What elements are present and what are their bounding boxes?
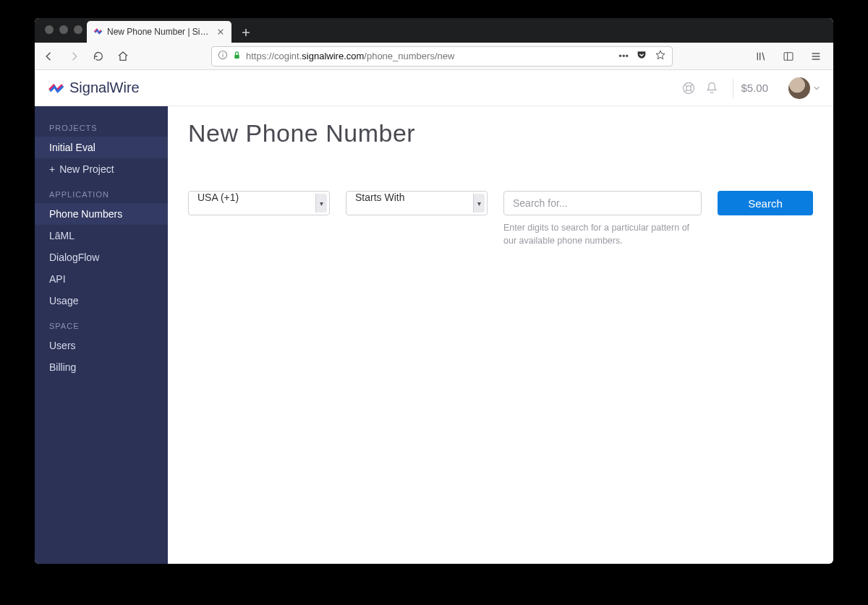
sidebar-item-label: LāML [49,230,75,241]
sidebar-item-dialogflow[interactable]: DialogFlow [35,246,168,268]
traffic-lights [45,25,82,34]
svg-rect-4 [784,52,793,60]
sidebar-item-label: API [49,273,66,285]
svg-line-8 [685,85,687,87]
svg-point-6 [684,82,694,93]
search-button[interactable]: Search [718,191,813,215]
search-help-text: Enter digits to search for a particular … [503,221,699,247]
svg-line-10 [685,90,687,92]
sidebar-item-label: Billing [49,361,76,373]
match-select-value: Starts With [346,191,488,215]
svg-point-7 [686,85,692,90]
sidebar-item-api[interactable]: API [35,268,168,290]
country-select[interactable]: USA (+1) ▾ [188,191,330,215]
search-form: USA (+1) ▾ Starts With ▾ Enter digits to… [188,191,813,247]
new-tab-button[interactable] [236,22,256,43]
sidebar-item-label: Initial Eval [49,142,95,153]
sidebar-item-label: Users [49,340,76,351]
traffic-min-icon[interactable] [59,25,68,34]
sidebar-item-users[interactable]: Users [35,335,168,356]
svg-line-9 [691,85,693,87]
balance[interactable]: $5.00 [733,79,775,98]
app-header: SignalWire $5.00 [35,70,833,106]
more-dots-icon[interactable]: ••• [618,51,629,61]
sidebar-toggle-icon[interactable] [780,48,797,65]
sidebar-section-projects: PROJECTS [35,113,168,137]
svg-point-1 [222,53,223,53]
library-icon[interactable] [752,48,770,65]
url-text: https://cogint.signalwire.com/phone_numb… [246,51,614,61]
favicon-icon [93,27,103,37]
svg-line-11 [691,90,693,92]
avatar [788,77,810,99]
brand-name: SignalWire [69,80,140,96]
home-button[interactable] [114,48,132,65]
lock-icon [232,51,242,62]
match-type-select[interactable]: Starts With ▾ [346,191,488,215]
chevron-down-icon: ▾ [473,194,485,213]
sidebar-item-new-project[interactable]: +New Project [35,158,168,180]
sidebar-item-initial-eval[interactable]: Initial Eval [35,137,168,158]
bookmark-star-icon[interactable] [655,49,666,63]
browser-tab-bar: New Phone Number | SignalWir [35,18,833,43]
country-select-value: USA (+1) [188,191,330,215]
account-menu[interactable] [788,77,820,99]
browser-tab[interactable]: New Phone Number | SignalWir [87,21,231,43]
main-content: New Phone Number USA (+1) ▾ Starts With … [168,106,833,564]
svg-rect-2 [222,54,223,57]
help-icon[interactable] [681,80,697,96]
traffic-close-icon[interactable] [45,25,54,34]
sidebar-item-label: Usage [49,295,78,306]
sidebar-item-label: Phone Numbers [49,208,122,220]
brand[interactable]: SignalWire [48,80,140,96]
menu-icon[interactable] [807,48,825,65]
traffic-max-icon[interactable] [74,25,82,34]
sidebar-item-label: DialogFlow [49,252,99,263]
chevron-down-icon [813,82,820,95]
sidebar-section-space: SPACE [35,312,168,335]
sidebar-item-phone-numbers[interactable]: Phone Numbers [35,203,168,225]
sidebar-item-laml[interactable]: LāML [35,225,168,246]
browser-nav-bar: https://cogint.signalwire.com/phone_numb… [35,43,833,70]
search-input[interactable] [503,191,702,215]
browser-tab-title: New Phone Number | SignalWir [107,27,211,37]
sidebar-item-label: New Project [59,163,114,175]
forward-button[interactable] [65,48,82,65]
brand-logo-icon [48,80,64,96]
reload-button[interactable] [90,48,107,65]
chevron-down-icon: ▾ [315,194,327,213]
pocket-icon[interactable] [636,49,647,63]
info-icon [218,50,228,62]
url-bar[interactable]: https://cogint.signalwire.com/phone_numb… [211,46,673,66]
plus-icon: + [49,163,55,175]
notifications-icon[interactable] [704,80,720,96]
sidebar-section-application: APPLICATION [35,180,168,203]
tab-close-icon[interactable] [216,27,226,37]
back-button[interactable] [41,48,58,65]
sidebar-item-usage[interactable]: Usage [35,290,168,312]
sidebar: PROJECTS Initial Eval +New Project APPLI… [35,106,168,564]
svg-rect-3 [234,54,239,58]
page-title: New Phone Number [188,119,813,147]
sidebar-item-billing[interactable]: Billing [35,356,168,378]
